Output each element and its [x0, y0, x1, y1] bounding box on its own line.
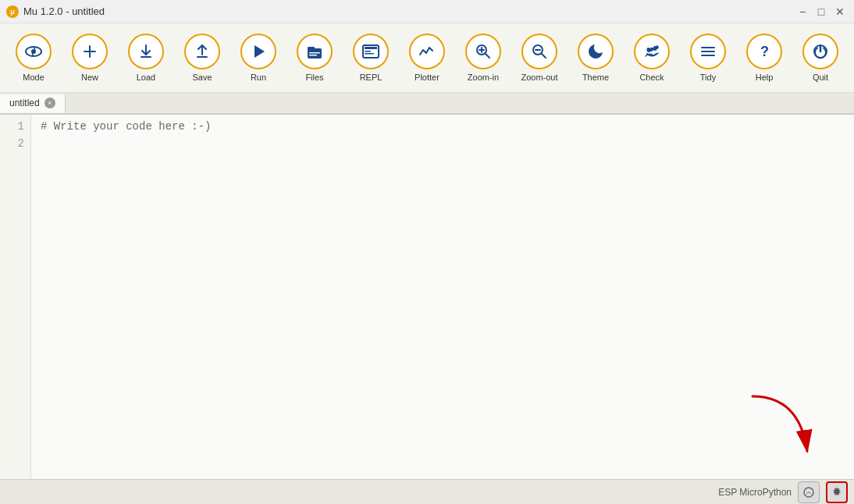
files-button[interactable]: Files	[287, 27, 342, 89]
save-label: Save	[192, 73, 212, 82]
help-label: Help	[756, 73, 774, 82]
svg-line-20	[542, 54, 546, 59]
repl-label: REPL	[360, 73, 383, 82]
load-icon	[128, 34, 164, 69]
close-button[interactable]: ✕	[832, 4, 848, 20]
svg-rect-26	[701, 55, 715, 56]
svg-rect-24	[701, 47, 715, 48]
editor-area: 1 2 # Write your code here :-)	[0, 115, 854, 479]
repl-icon	[353, 34, 389, 69]
quit-icon	[802, 34, 838, 69]
snake-icon	[802, 486, 815, 499]
run-icon	[240, 34, 276, 69]
quit-button[interactable]: Quit	[793, 27, 848, 89]
svg-rect-13	[365, 51, 371, 52]
quit-label: Quit	[813, 73, 828, 82]
theme-label: Theme	[582, 73, 609, 82]
code-editor[interactable]: # Write your code here :-)	[31, 115, 854, 479]
zoom-out-label: Zoom-out	[521, 73, 557, 82]
status-bar: ESP MicroPython	[0, 479, 854, 504]
svg-rect-10	[309, 55, 317, 56]
line-numbers: 1 2	[0, 115, 31, 479]
repl-button[interactable]: REPL	[343, 27, 398, 89]
zoom-in-button[interactable]: Zoom-in	[456, 27, 511, 89]
zoom-in-icon	[465, 34, 501, 69]
tab-untitled[interactable]: untitled ×	[0, 94, 66, 113]
tidy-label: Tidy	[700, 73, 716, 82]
tidy-button[interactable]: Tidy	[681, 27, 735, 89]
svg-marker-6	[254, 45, 265, 58]
load-label: Load	[137, 73, 155, 82]
files-label: Files	[305, 73, 323, 82]
svg-rect-9	[309, 52, 320, 54]
svg-rect-3	[84, 51, 96, 52]
mode-status-text: ESP MicroPython	[718, 487, 792, 498]
svg-rect-25	[701, 51, 715, 52]
mode-icon	[16, 34, 52, 69]
run-label: Run	[251, 73, 266, 82]
app-title: Mu 1.2.0 - untitled	[23, 5, 105, 17]
svg-rect-5	[197, 56, 208, 58]
check-icon	[634, 34, 670, 69]
svg-line-16	[486, 54, 490, 59]
minimize-button[interactable]: −	[795, 4, 810, 20]
zoom-in-label: Zoom-in	[468, 73, 499, 82]
mode-label: Mode	[23, 73, 44, 82]
tab-bar: untitled ×	[0, 93, 854, 115]
line-num-1: 1	[6, 118, 24, 135]
save-button[interactable]: Save	[175, 27, 230, 89]
tidy-icon	[690, 34, 726, 69]
snake-button[interactable]	[798, 481, 820, 503]
title-bar-left: μ Mu 1.2.0 - untitled	[6, 5, 105, 18]
svg-text:?: ?	[760, 44, 769, 59]
maximize-button[interactable]: □	[813, 4, 829, 20]
zoom-out-icon	[521, 34, 557, 69]
check-button[interactable]: Check	[624, 27, 679, 89]
svg-rect-4	[141, 56, 151, 58]
run-button[interactable]: Run	[231, 27, 286, 89]
new-button[interactable]: New	[62, 27, 117, 89]
plotter-button[interactable]: Plotter	[400, 27, 454, 89]
plotter-icon	[409, 34, 445, 69]
toolbar: Mode New Load Save	[0, 23, 854, 93]
title-bar: μ Mu 1.2.0 - untitled − □ ✕	[0, 0, 854, 23]
line-num-2: 2	[6, 135, 24, 152]
settings-button[interactable]	[826, 481, 848, 503]
help-icon: ?	[746, 34, 782, 69]
save-icon	[184, 34, 220, 69]
window-controls: − □ ✕	[795, 4, 848, 20]
plotter-label: Plotter	[415, 73, 439, 82]
svg-point-22	[646, 48, 651, 53]
app-logo: μ	[6, 5, 19, 18]
new-label: New	[81, 73, 98, 82]
mode-button[interactable]: Mode	[6, 27, 61, 89]
theme-icon	[578, 34, 614, 69]
tab-label: untitled	[9, 98, 40, 108]
new-icon	[72, 34, 108, 69]
load-button[interactable]: Load	[119, 27, 173, 89]
files-icon	[297, 34, 333, 69]
svg-rect-8	[308, 47, 315, 50]
check-label: Check	[639, 73, 664, 82]
tab-close-button[interactable]: ×	[44, 98, 55, 108]
help-button[interactable]: ? Help	[737, 27, 792, 89]
theme-button[interactable]: Theme	[568, 27, 623, 89]
zoom-out-button[interactable]: Zoom-out	[512, 27, 567, 89]
settings-icon	[831, 486, 843, 499]
svg-rect-14	[365, 53, 374, 55]
svg-rect-12	[365, 47, 377, 49]
